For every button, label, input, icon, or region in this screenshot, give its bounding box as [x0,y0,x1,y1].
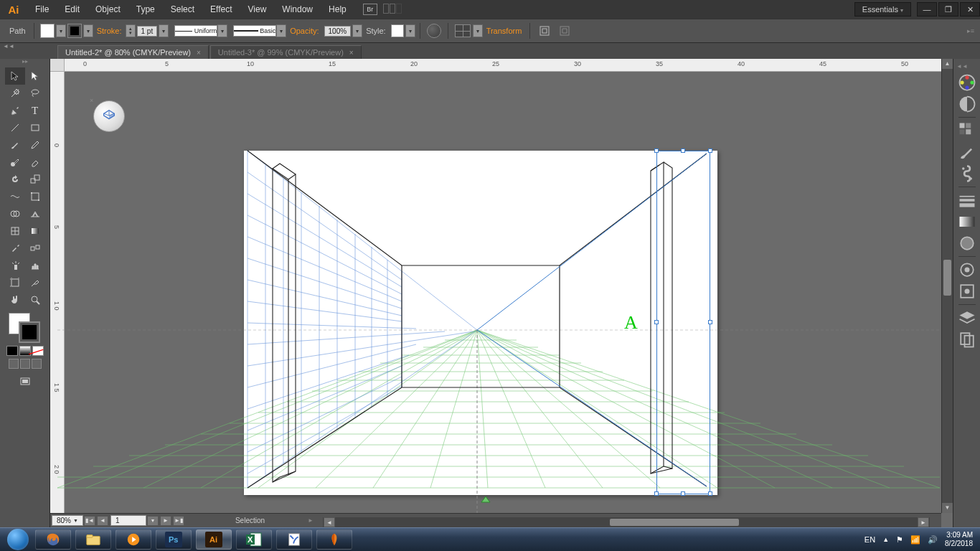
control-flyout-icon[interactable]: ▸≡ [967,27,974,34]
stroke-profile[interactable]: Uniform [174,25,217,37]
opacity-value[interactable]: 100% [324,26,352,37]
menu-object[interactable]: Object [88,0,128,19]
first-artboard[interactable]: ▮◄ [84,516,95,526]
taskbar-app2[interactable] [316,529,352,550]
window-minimize[interactable]: — [917,2,937,17]
eraser-tool[interactable] [25,154,45,171]
pen-tool[interactable] [5,102,25,119]
zoom-field[interactable]: 80%▼ [52,515,83,526]
style-swatch[interactable] [391,24,404,37]
menu-select[interactable]: Select [163,0,202,19]
menu-type[interactable]: Type [128,0,163,19]
menu-window[interactable]: Window [274,0,321,19]
window-close[interactable]: ✕ [960,2,980,17]
graph-tool[interactable] [25,257,45,274]
panel-collapse-arrows[interactable]: ◄◄ [3,43,14,50]
gradient-tool[interactable] [25,222,45,240]
selection-tool[interactable] [5,67,25,85]
bridge-icon[interactable]: Br [363,4,377,15]
taskbar-firefox[interactable] [35,529,71,550]
window-restore[interactable]: ❐ [938,2,958,17]
stroke-weight[interactable]: 1 pt [137,26,158,37]
color-mode-row[interactable]: ╱ [6,346,44,356]
stroke-panel-icon[interactable] [957,192,977,209]
stroke-profile-dd[interactable]: ▾ [217,24,227,37]
taskbar-media[interactable] [116,529,151,550]
tray-network-icon[interactable]: 📶 [910,535,920,545]
align-icon[interactable] [455,24,471,37]
rotate-tool[interactable] [5,171,25,188]
brush-dd[interactable]: ▾ [276,24,286,37]
panel-expand-arrows[interactable]: ◄◄ [956,63,968,70]
stroke-weight-stepper[interactable]: ▴▾ [126,24,136,37]
magic-wand-tool[interactable] [5,85,25,102]
taskbar-photoshop[interactable]: Ps [156,529,192,550]
stroke-label[interactable]: Stroke: [97,27,122,35]
free-transform-tool[interactable] [25,188,45,205]
taskbar-app1[interactable] [276,529,312,550]
eyedropper-tool[interactable] [5,240,25,257]
slice-tool[interactable] [25,274,45,291]
opacity-label[interactable]: Opacity: [290,27,319,35]
layers-panel-icon[interactable] [957,309,977,326]
canvas[interactable]: × [65,72,941,513]
tray-arrow-icon[interactable]: ▲ [882,536,889,543]
prev-artboard[interactable]: ◄ [97,516,108,526]
artboards-panel-icon[interactable] [957,331,977,348]
taskbar-excel[interactable]: X [236,529,272,550]
artboard[interactable]: A [244,151,717,495]
width-tool[interactable] [5,188,25,205]
start-button[interactable] [3,529,33,550]
next-artboard[interactable]: ► [160,516,171,526]
workspace-switcher[interactable]: Essentials ▾ [854,2,911,17]
scroll-down-icon[interactable]: ▼ [942,503,953,513]
tab-doc-2[interactable]: Untitled-3* @ 99% (CMYK/Preview)× [210,45,362,59]
scale-tool[interactable] [25,171,45,188]
paintbrush-tool[interactable] [5,136,25,154]
transparency-panel-icon[interactable] [957,235,977,252]
transform-link[interactable]: Transform [486,27,522,35]
tray-volume-icon[interactable]: 🔊 [928,535,938,545]
stroke-dd[interactable]: ▾ [83,24,93,37]
graphic-styles-panel-icon[interactable] [957,283,977,300]
isolate-icon[interactable] [534,22,555,39]
horizontal-scrollbar[interactable]: ◄ ► [323,517,930,527]
lasso-tool[interactable] [25,85,45,102]
tab-doc-1[interactable]: Untitled-2* @ 80% (CMYK/Preview)× [57,45,209,59]
shape-builder-tool[interactable] [5,205,25,222]
perspective-grid-tool[interactable] [25,205,45,222]
recolor-icon[interactable] [427,24,441,38]
scroll-right-icon[interactable]: ► [918,517,929,527]
appearance-panel-icon[interactable] [957,261,977,278]
blend-tool[interactable] [25,240,45,257]
brush-def[interactable]: Basic [233,25,276,37]
text-letter[interactable]: A [624,312,638,334]
fill-swatch[interactable] [40,24,55,38]
pencil-tool[interactable] [25,136,45,154]
direct-selection-tool[interactable] [25,67,45,85]
last-artboard[interactable]: ►▮ [173,516,184,526]
brushes-panel-icon[interactable] [957,143,977,161]
scroll-up-icon[interactable]: ▲ [942,59,953,69]
close-icon[interactable]: × [349,49,354,57]
toolbox-tearoff[interactable]: ▸▸ [0,59,50,66]
menu-edit[interactable]: Edit [57,0,88,19]
symbol-sprayer-tool[interactable] [5,257,25,274]
mesh-tool[interactable] [5,222,25,240]
taskbar-explorer[interactable] [75,529,111,550]
symbols-panel-icon[interactable] [957,165,977,182]
line-tool[interactable] [5,119,25,136]
style-dd[interactable]: ▾ [405,24,415,37]
menu-help[interactable]: Help [321,0,354,19]
arrange-docs-icon[interactable] [383,4,403,15]
color-guide-panel-icon[interactable] [957,95,977,113]
gradient-panel-icon[interactable] [957,213,977,230]
stroke-weight-dd[interactable]: ▾ [159,24,169,37]
taskbar-illustrator[interactable]: Ai [196,529,232,550]
blob-brush-tool[interactable] [5,154,25,171]
screen-mode-row[interactable] [8,359,42,369]
artboard-tool[interactable] [5,274,25,291]
rectangle-tool[interactable] [25,119,45,136]
menu-file[interactable]: File [27,0,57,19]
artboard-number[interactable]: 1 [110,515,146,526]
